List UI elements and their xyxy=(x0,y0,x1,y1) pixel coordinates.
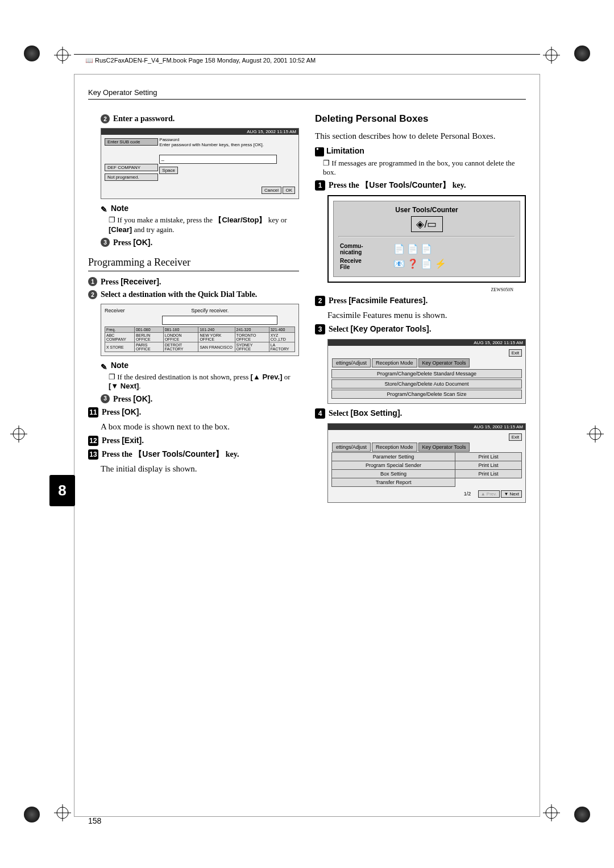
step-marker-2: 2 xyxy=(88,290,97,299)
limitation-body: ❐ If messages are programmed in the box,… xyxy=(323,159,526,177)
scr-menu-row: Program/Change/Delete Standard Message xyxy=(331,369,522,378)
reg-dot xyxy=(24,46,40,61)
scr-prev-button: ▲ Prev. xyxy=(478,490,500,498)
step-text: Press the xyxy=(329,181,361,189)
body-text: A box mode is shown next to the box. xyxy=(101,421,299,432)
crosshair-icon xyxy=(543,47,560,64)
scr-tab: Key Operator Tools xyxy=(418,443,470,452)
reg-dot xyxy=(574,807,590,822)
note-label: Note xyxy=(111,204,128,213)
scr-specify-label: Specify receiver. xyxy=(191,308,229,313)
step-marker-2: 2 xyxy=(101,114,110,123)
scr-menu-row: Program Special Sender xyxy=(332,461,455,469)
scr-tab: ettings/Adjust xyxy=(332,358,371,367)
step-text: Press xyxy=(101,278,121,286)
scr-print-button: Print List xyxy=(455,452,522,461)
step-text: Enter a password. xyxy=(113,114,175,123)
quickdial-table: Freq.001-080081-160161-240241-320321-400… xyxy=(105,326,295,352)
scr-pager: 1/2 xyxy=(464,491,471,497)
reg-dot xyxy=(24,807,40,822)
scr-receiver-label: Receiver xyxy=(105,308,125,313)
scr-print-button: Print List xyxy=(455,469,522,478)
step-text: Select xyxy=(329,325,350,333)
step-text: Select a destination with the Quick Dial… xyxy=(101,290,257,299)
scr-ok-button: OK xyxy=(283,187,295,194)
scr-password-label: Password xyxy=(159,137,289,142)
step-marker-2: 2 xyxy=(315,296,325,306)
scr-next-button: ▼ Next xyxy=(501,490,522,498)
scr-password-input: _ xyxy=(159,155,277,164)
crosshair-icon xyxy=(54,47,71,64)
crosshair-icon xyxy=(587,425,604,443)
exit-label: [Exit]. xyxy=(122,436,144,445)
step-marker-13: 13 xyxy=(88,449,98,460)
device-row-label: Commu- nicating xyxy=(339,242,392,256)
step-text: Select xyxy=(329,409,350,418)
crosshair-icon xyxy=(543,804,560,821)
step-text: Press xyxy=(113,395,133,403)
header-path: 📖 RusC2FaxADEN-F_V4_FM.book Page 158 Mon… xyxy=(85,57,316,64)
body-text: Facsimile Features menu is shown. xyxy=(327,309,526,321)
ok-label: [OK]. xyxy=(122,407,141,416)
step-marker-3: 3 xyxy=(101,394,110,403)
receiver-label: [Receiver]. xyxy=(121,277,161,286)
step-marker-1: 1 xyxy=(88,277,97,286)
device-title: User Tools/Counter xyxy=(338,206,515,214)
scr-tab: Reception Mode xyxy=(372,443,417,452)
scr-exit-button: Exit xyxy=(509,349,522,357)
scr-not-programmed: Not programed. xyxy=(105,173,158,181)
step-marker-4: 4 xyxy=(315,408,325,419)
table-row: ABC COMPANYBERLIN OFFICELONDON OFFICENEW… xyxy=(105,333,295,342)
section-heading: Deleting Personal Boxes xyxy=(315,113,526,125)
note-label: Note xyxy=(111,361,128,370)
ok-label: [OK]. xyxy=(133,394,152,403)
screenshot-timestamp: AUG 15, 2002 11:15 AM xyxy=(328,340,525,346)
step-text: Press xyxy=(329,296,349,305)
ok-label: [OK]. xyxy=(133,238,152,247)
crosshair-icon xyxy=(10,425,27,443)
header-rule xyxy=(74,54,540,55)
header-path-text: RusC2FaxADEN-F_V4_FM.book Page 158 Monda… xyxy=(95,57,316,64)
key-op-tools-label: [Key Operator Tools]. xyxy=(350,324,431,333)
table-row: X STOREPARIS OFFICEDETROIT FACTORYSAN FR… xyxy=(105,342,295,352)
pencil-icon: ✎ xyxy=(101,362,109,370)
step-text: Press the xyxy=(102,450,134,458)
step-text: Press xyxy=(102,408,122,416)
fax-features-label: [Facsimile Features]. xyxy=(349,296,428,305)
box-setting-label: [Box Setting]. xyxy=(350,408,402,418)
screenshot-box-setting: AUG 15, 2002 11:15 AM Exit ettings/Adjus… xyxy=(327,423,526,503)
device-illustration: User Tools/Counter ◈/▭ Commu- nicating📄 … xyxy=(327,195,526,283)
scr-print-button: Print List xyxy=(455,461,522,469)
body-text: This section describes how to delete Per… xyxy=(315,130,526,142)
device-row-label: Receive File xyxy=(339,257,392,271)
book-icon: 📖 xyxy=(85,57,93,64)
scr-cancel-button: Cancel xyxy=(262,187,281,194)
note-body: ❐ If you make a mistake, press the 【Clea… xyxy=(109,215,299,234)
running-head: Key Operator Setting xyxy=(88,88,526,100)
pencil-icon: ✎ xyxy=(101,205,109,213)
reg-dot xyxy=(574,46,590,61)
page-number: 158 xyxy=(88,816,101,825)
crosshair-icon xyxy=(54,804,71,821)
scr-tab: Reception Mode xyxy=(372,358,417,367)
sub-heading: Programming a Receiver xyxy=(88,257,299,271)
right-column: Deleting Personal Boxes This section des… xyxy=(315,111,526,507)
scr-space-button: Space xyxy=(159,167,178,174)
tools-counter-icon: ◈/▭ xyxy=(411,216,443,232)
scr-menu-row: Store/Change/Delete Auto Document xyxy=(331,379,522,388)
limitation-label: Limitation xyxy=(326,146,364,155)
step-marker-3: 3 xyxy=(315,324,325,334)
chapter-tab: 8 xyxy=(49,475,75,506)
scr-tab: ettings/Adjust xyxy=(332,443,371,452)
screenshot-quickdial: ReceiverSpecify receiver. Freq.001-08008… xyxy=(101,304,299,356)
screenshot-timestamp: AUG 15, 2002 11:15 AM xyxy=(101,129,298,135)
scr-menu-row: Box Setting xyxy=(332,469,455,478)
scr-password-hint: Enter password with Number keys, then pr… xyxy=(159,142,289,147)
scr-company: DEF COMPANY xyxy=(105,164,158,171)
step-marker-1: 1 xyxy=(315,180,325,191)
scr-menu-row: Program/Change/Delete Scan Size xyxy=(331,390,522,399)
scr-receiver-input xyxy=(162,316,277,325)
note-body: ❐ If the desired destination is not show… xyxy=(109,373,299,391)
scr-menu-row: Transfer Report xyxy=(332,478,455,486)
content: 8 Key Operator Setting 2Enter a password… xyxy=(88,88,526,805)
